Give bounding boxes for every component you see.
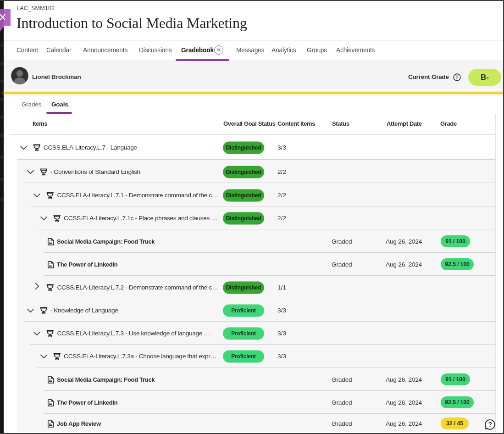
svg-text:?: ?: [488, 421, 492, 428]
